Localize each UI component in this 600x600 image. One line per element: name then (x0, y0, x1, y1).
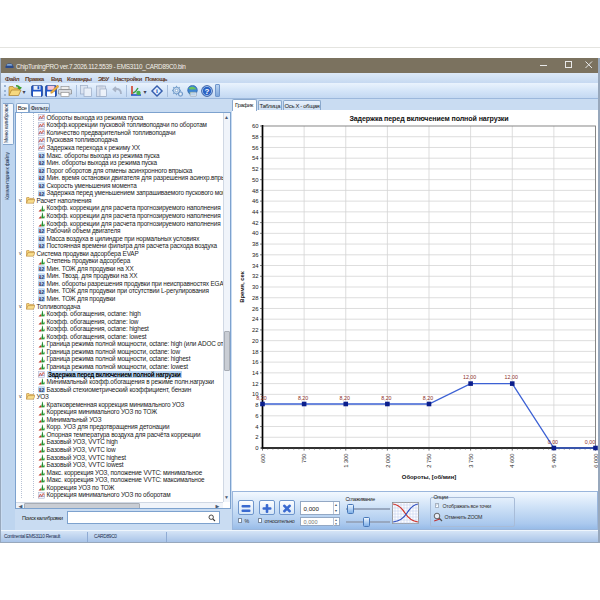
svg-text:12,00: 12,00 (462, 374, 475, 380)
svg-text:Обороты, [об/мин]: Обороты, [об/мин] (401, 474, 455, 480)
svg-text:54: 54 (251, 155, 258, 161)
svg-text:12,00: 12,00 (504, 374, 517, 380)
svg-text:8,20: 8,20 (381, 395, 391, 401)
svg-text:42: 42 (251, 220, 258, 226)
svg-text:14: 14 (251, 370, 258, 376)
svg-text:750: 750 (301, 454, 307, 464)
svg-text:58: 58 (251, 134, 258, 140)
svg-text:8,20: 8,20 (256, 395, 266, 401)
svg-text:40: 40 (251, 230, 258, 236)
svg-text:32: 32 (251, 273, 258, 279)
svg-text:8,20: 8,20 (297, 395, 307, 401)
svg-text:2 750: 2 750 (426, 454, 432, 468)
svg-text:i: i (156, 87, 158, 94)
svg-text:Время, сек: Время, сек (238, 271, 244, 303)
svg-text:38: 38 (251, 241, 258, 247)
svg-text:18: 18 (251, 349, 258, 355)
svg-text:0,00: 0,00 (584, 439, 594, 445)
svg-text:34: 34 (251, 263, 258, 269)
svg-text:2: 2 (255, 434, 258, 440)
svg-text:28: 28 (251, 295, 258, 301)
svg-text:6 000: 6 000 (592, 454, 598, 468)
svg-text:8,20: 8,20 (339, 395, 349, 401)
svg-text:20: 20 (251, 338, 258, 344)
svg-text:1 300: 1 300 (342, 454, 348, 468)
svg-text:5 400: 5 400 (551, 454, 557, 468)
svg-text:16: 16 (251, 359, 258, 365)
svg-text:2 000: 2 000 (384, 454, 390, 468)
svg-text:4 600: 4 600 (509, 454, 515, 468)
svg-text:?: ? (205, 87, 210, 96)
svg-text:26: 26 (251, 306, 258, 312)
svg-text:52: 52 (251, 166, 258, 172)
svg-text:36: 36 (251, 252, 258, 258)
svg-text:Задержка перед включением полн: Задержка перед включением полной нагрузк… (349, 115, 508, 123)
svg-text:56: 56 (251, 145, 258, 151)
svg-text:46: 46 (251, 198, 258, 204)
svg-text:3 750: 3 750 (467, 454, 473, 468)
svg-text:44: 44 (251, 209, 258, 215)
svg-text:24: 24 (251, 316, 258, 322)
svg-text:50: 50 (251, 177, 258, 183)
svg-text:600: 600 (259, 454, 265, 464)
svg-text:22: 22 (251, 327, 258, 333)
svg-text:12: 12 (251, 381, 258, 387)
svg-text:48: 48 (251, 188, 258, 194)
svg-text:30: 30 (251, 284, 258, 290)
svg-text:60: 60 (251, 123, 258, 129)
svg-text:8,20: 8,20 (422, 395, 432, 401)
svg-text:0,00: 0,00 (547, 439, 557, 445)
